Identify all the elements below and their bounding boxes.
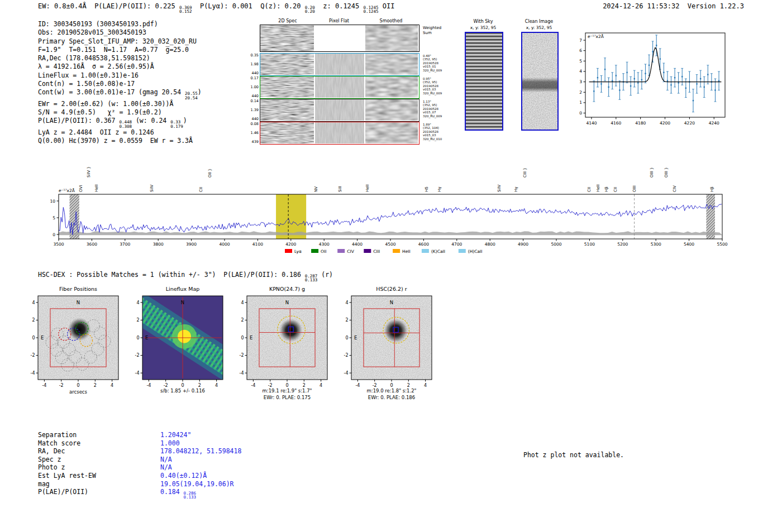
svg-text:OIII }: OIII }: [650, 167, 654, 178]
svg-text:OII }: OII }: [208, 169, 212, 178]
svg-text:OIII: OIII: [632, 185, 637, 192]
fiber-annotation: 1.13"(352, 95)20190528v015_07320_RU_009: [423, 100, 442, 118]
stacked-uncertainty: 20.5520.54: [185, 92, 198, 99]
pixelflat-strip: [315, 54, 364, 75]
east-label: E: [145, 335, 148, 341]
pixelflat-strip: [315, 76, 364, 98]
units-annotation: e⁻¹⁷x2Å: [588, 34, 604, 39]
svg-text:-2: -2: [240, 353, 244, 358]
svg-text:4160: 4160: [611, 121, 621, 126]
svg-text:4200: 4200: [285, 242, 296, 247]
col-header-2dspec: 2D Spec: [261, 18, 314, 23]
svg-text:CIV: CIV: [673, 185, 677, 192]
svg-text:3900: 3900: [186, 242, 197, 247]
svg-text:4: 4: [136, 300, 139, 305]
svg-text:Lyα: Lyα: [294, 249, 302, 254]
svg-text:0: 0: [181, 383, 184, 388]
svg-text:2: 2: [198, 383, 201, 388]
svg-text:-2: -2: [373, 383, 377, 388]
svg-text:Hδ: Hδ: [425, 186, 429, 192]
svg-text:OIII }: OIII }: [664, 167, 669, 178]
plot-frame: [585, 33, 725, 117]
match-label: Photo z: [38, 463, 160, 471]
east-label: E: [354, 335, 357, 341]
svg-text:4: 4: [320, 383, 322, 388]
svg-text:4140: 4140: [586, 121, 597, 126]
spec2d-exposure-row: 0.351.984400.48"(352, 95)20190528v015_01…: [260, 53, 419, 76]
cutout-title: Fiber Positions: [59, 286, 97, 292]
fiber-annotation: 0.48"(352, 95)20190528v015_01320_RU_009: [423, 54, 442, 72]
units-annotation: e⁻¹⁷x2Å: [59, 188, 75, 193]
svg-text:4: 4: [111, 383, 113, 388]
svg-text:5: 5: [579, 59, 582, 64]
svg-text:-2: -2: [164, 383, 168, 388]
svg-text:Hγ: Hγ: [437, 187, 442, 192]
match-label: Est LyA rest-EW: [38, 472, 160, 480]
line-fit-plot: 41404160418042004220424001234567e⁻¹⁷x2Å: [564, 28, 732, 131]
withsky-title: With Sky: [464, 19, 503, 24]
svg-text:HeII: HeII: [596, 184, 600, 192]
svg-text:2: 2: [345, 318, 348, 323]
svg-text:2: 2: [303, 383, 306, 388]
spec2d-strip: [260, 99, 314, 121]
match-value: N/A: [160, 463, 172, 471]
cutout-caption: EWr: 0. PLAE: 0.186: [368, 395, 415, 400]
svg-text:5400: 5400: [684, 242, 694, 247]
svg-text:-4: -4: [42, 383, 46, 388]
legend: LyαOIICIVCIIIHeII(K)CaII(H)CaII: [285, 249, 483, 254]
svg-text:3500: 3500: [53, 242, 64, 247]
svg-text:5200: 5200: [617, 242, 628, 247]
svg-text:4: 4: [241, 300, 244, 305]
match-row: Separation1.20424": [38, 431, 241, 439]
info-line: Primary Spec_Slot_IFU_AMP: 320_032_020_R…: [38, 37, 202, 46]
svg-text:OII: OII: [321, 249, 326, 254]
svg-text:2: 2: [241, 318, 244, 323]
svg-text:0: 0: [345, 336, 348, 341]
info-line: S/N = 4.9(±0.5) χ² = 1.9(±0.2): [38, 108, 202, 117]
match-value: 19.05(19.04,19.06)R: [160, 480, 234, 488]
row-weights: 0.141.39440: [245, 99, 259, 121]
north-label: N: [390, 300, 393, 305]
svg-text:NV: NV: [314, 186, 318, 192]
info-line: λ = 4192.16Å σ = 2.56(±0.95)Å: [38, 63, 202, 71]
svg-text:4600: 4600: [418, 242, 429, 247]
svg-text:SiII: SiII: [338, 186, 342, 192]
svg-text:4300: 4300: [319, 242, 330, 247]
smoothed-strip: [365, 99, 418, 121]
svg-text:-4: -4: [344, 371, 349, 376]
cutout-title: KPNO(24.7) g: [269, 286, 305, 292]
match-label: mag: [38, 480, 160, 488]
info-line: LineFlux = 1.00(±0.31)e-16: [38, 71, 202, 80]
svg-text:2: 2: [94, 383, 97, 388]
cutout-lineflux-1: NE-4-4-2-2002244Lineflux Maps/b: 1.85 +/…: [128, 282, 234, 402]
match-value: 1.20424": [160, 431, 191, 439]
cutout-caption: s/b: 1.85 +/- 0.116: [160, 388, 205, 394]
pixelflat-strip: [315, 122, 364, 144]
timestamp-version: 2024-12-26 11:53:32 Version 1.22.3: [603, 2, 744, 10]
col-header-smoothed: Smoothed: [365, 18, 417, 23]
north-label: N: [285, 300, 289, 305]
match-value: 0.184 0.2860.133: [160, 488, 196, 499]
weighted-sum-row: WeightedSum: [260, 25, 419, 52]
match-row: RA, Dec178.048212, 51.598418: [38, 447, 241, 456]
svg-text:2: 2: [136, 318, 139, 323]
svg-text:4: 4: [345, 300, 348, 305]
match-detail-table: Separation1.20424"Match score1.000RA, De…: [38, 431, 241, 496]
summary-header: EW: 0.8±0.4Å P(LAE)/P(OII): 0.225 0.3690…: [38, 2, 395, 13]
svg-text:HeII: HeII: [365, 184, 370, 192]
error-band: [59, 231, 722, 235]
north-label: N: [77, 300, 80, 305]
svg-text:10: 10: [50, 199, 55, 204]
svg-text:Hβ: Hβ: [710, 186, 714, 192]
info-line: LyA z = 2.4484 OII z = 0.1246: [38, 128, 202, 137]
svg-text:-2: -2: [135, 353, 140, 358]
stacked-uncertainty: 0.2860.133: [184, 491, 197, 499]
svg-text:4: 4: [579, 69, 582, 74]
info-line: ID: 3003450193 (3003450193.pdf): [38, 20, 202, 28]
info-line: P(LAE)/P(OII): 0.367 0.4480.308 (w: 0.24…: [38, 117, 202, 128]
weighted-sum-label: WeightedSum: [423, 26, 441, 35]
clean-image-coords: x, y: 352, 95: [517, 25, 561, 30]
clean-image: [521, 32, 559, 131]
spec2d-exposure-row: 0.171.004400.95"(352, 95)20190528v015_03…: [260, 76, 419, 99]
match-row: mag19.05(19.04,19.06)R: [38, 480, 241, 488]
